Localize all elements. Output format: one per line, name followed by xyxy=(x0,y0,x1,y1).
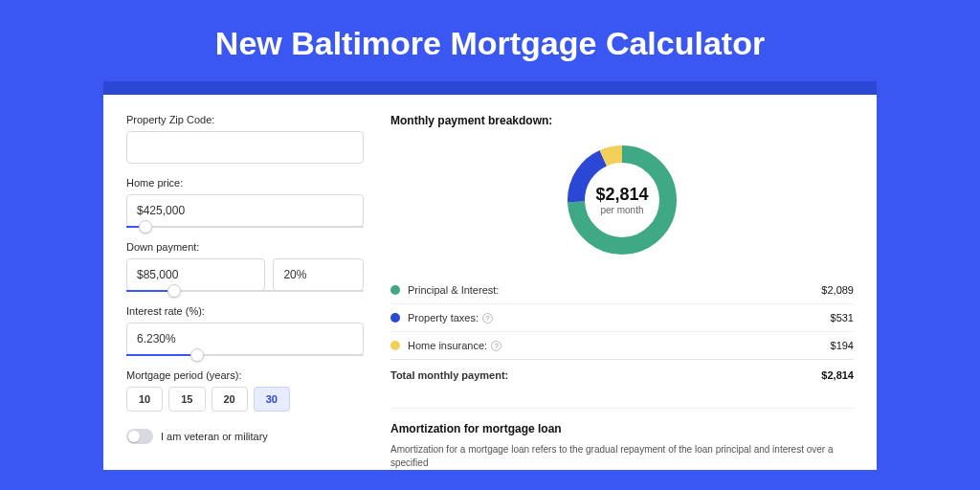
zip-label: Property Zip Code: xyxy=(126,114,364,125)
rate-label: Interest rate (%): xyxy=(126,305,364,317)
down-field: Down payment: xyxy=(126,241,364,292)
slider-thumb[interactable] xyxy=(190,348,204,362)
legend-total-row: Total monthly payment:$2,814 xyxy=(390,359,854,389)
donut-sub: per month xyxy=(600,205,643,215)
down-label: Down payment: xyxy=(126,241,364,253)
rate-field: Interest rate (%): xyxy=(126,305,364,356)
period-label: Mortgage period (years): xyxy=(126,369,364,381)
legend-label: Home insurance:? xyxy=(408,340,831,351)
veteran-toggle[interactable] xyxy=(126,429,153,444)
legend-value: $531 xyxy=(831,312,854,323)
legend-dot xyxy=(390,285,400,295)
period-pill-20[interactable]: 20 xyxy=(212,387,248,412)
veteran-row: I am veteran or military xyxy=(126,429,364,444)
price-label: Home price: xyxy=(126,177,364,189)
down-slider[interactable] xyxy=(126,290,364,292)
period-pill-10[interactable]: 10 xyxy=(126,387,163,412)
legend-value: $2,089 xyxy=(821,284,854,296)
breakdown-panel: Monthly payment breakdown: $2,814 per mo… xyxy=(390,114,854,470)
veteran-label: I am veteran or military xyxy=(161,431,268,442)
donut-amount: $2,814 xyxy=(595,185,648,205)
legend-value: $194 xyxy=(831,340,854,351)
donut-wrap: $2,814 per month xyxy=(390,141,854,259)
period-pills: 10152030 xyxy=(126,387,364,412)
down-amount-input[interactable] xyxy=(126,258,265,291)
page-title: New Baltimore Mortgage Calculator xyxy=(0,0,980,81)
legend-total-label: Total monthly payment: xyxy=(390,369,821,381)
info-icon[interactable]: ? xyxy=(482,313,493,323)
slider-thumb[interactable] xyxy=(139,220,152,234)
content-band: Property Zip Code: Home price: Down paym… xyxy=(103,81,877,470)
zip-input[interactable] xyxy=(126,131,364,164)
legend-dot xyxy=(390,313,400,323)
period-field: Mortgage period (years): 10152030 xyxy=(126,369,364,412)
breakdown-title: Monthly payment breakdown: xyxy=(390,114,854,127)
legend-label: Property taxes:? xyxy=(408,312,831,323)
rate-slider[interactable] xyxy=(126,354,364,356)
period-pill-15[interactable]: 15 xyxy=(168,387,205,412)
price-field: Home price: xyxy=(126,177,364,228)
legend-total-value: $2,814 xyxy=(821,369,854,381)
form-panel: Property Zip Code: Home price: Down paym… xyxy=(126,114,364,470)
zip-field: Property Zip Code: xyxy=(126,114,364,164)
price-slider[interactable] xyxy=(126,226,364,228)
rate-input[interactable] xyxy=(126,323,364,355)
calculator-card: Property Zip Code: Home price: Down paym… xyxy=(103,95,877,470)
slider-thumb[interactable] xyxy=(167,284,181,298)
donut-center: $2,814 per month xyxy=(563,141,681,259)
period-pill-30[interactable]: 30 xyxy=(254,387,290,412)
legend: Principal & Interest:$2,089Property taxe… xyxy=(390,277,854,389)
price-input[interactable] xyxy=(126,194,364,227)
amortization-body: Amortization for a mortgage loan refers … xyxy=(390,443,854,470)
legend-row: Home insurance:?$194 xyxy=(390,331,854,359)
legend-row: Principal & Interest:$2,089 xyxy=(390,277,854,303)
info-icon[interactable]: ? xyxy=(491,341,501,351)
donut-chart: $2,814 per month xyxy=(563,141,681,259)
legend-label: Principal & Interest: xyxy=(408,284,821,296)
legend-dot xyxy=(390,341,400,350)
amortization-section: Amortization for mortgage loan Amortizat… xyxy=(390,408,854,470)
legend-row: Property taxes:?$531 xyxy=(390,303,854,331)
amortization-title: Amortization for mortgage loan xyxy=(390,422,854,435)
down-percent-input[interactable] xyxy=(273,258,364,291)
